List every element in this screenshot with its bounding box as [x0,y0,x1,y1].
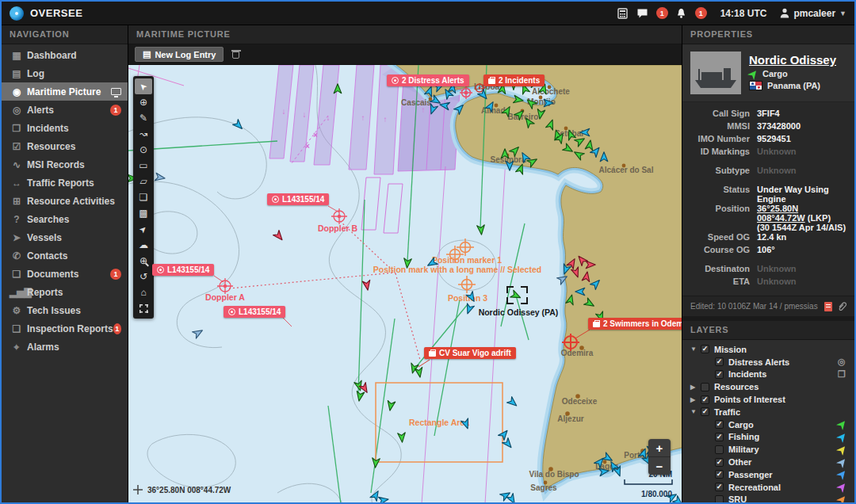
paperclip-icon[interactable] [837,301,846,311]
nav-item-resource-activities[interactable]: ⊞ Resource Activities [2,192,128,210]
layer-checkbox[interactable] [715,433,724,441]
notifications-bell-icon[interactable] [675,7,688,20]
layer-checkbox[interactable] [715,470,724,479]
brand-title: OVERSEE [30,7,82,19]
map-tool-erase[interactable]: ▩ [135,205,152,221]
layer-checkbox[interactable] [715,445,724,454]
nav-item-msi-records[interactable]: ∿ MSI Records [2,155,128,174]
swimmers-incident-pill[interactable]: 2 Swimmers in Odemira [588,318,682,330]
navigation-sidebar: NAVIGATION ▦ Dashboard ▤ Log [2,25,128,502]
nav-item-dashboard[interactable]: ▦ Dashboard [2,46,128,64]
layer-checkbox[interactable] [701,345,709,353]
nav-badge: 1 [113,323,121,334]
svg-text:Odemira: Odemira [561,349,594,357]
nav-item-contacts[interactable]: ✆ Contacts [2,246,128,265]
map-tool-home[interactable]: ⌂ [135,284,152,300]
layer-row-other: Other [682,456,854,468]
nav-item-alarms[interactable]: ⌖ Alarms [2,338,128,356]
nav-item-inspection-reports[interactable]: ❑ Inspection Reports 1 [2,319,128,338]
layer-checkbox[interactable] [701,395,709,404]
layer-checkbox[interactable] [701,383,709,391]
map-canvas[interactable]: ↓↓↓ ↑↑↑↑ ×× [128,65,682,502]
chevron-down-icon: ▼ [839,10,846,17]
log-ref-pill-3[interactable]: L143155/14 [224,306,285,318]
distress-alerts-pill[interactable]: 2 Distress Alerts [387,74,469,86]
nav-item-icon: ↔ [10,178,24,189]
nav-item-icon: ⌖ [10,342,24,353]
panama-flag-icon [749,81,762,90]
property-row: Status Under Way Using Engine [686,185,846,204]
layer-checkbox[interactable] [715,458,724,467]
map-action-bar: ▤ New Log Entry [128,44,682,65]
map-tool-point[interactable]: ⊙ [135,142,152,158]
layer-checkbox[interactable] [715,370,724,379]
svg-text:Alcácer do Sal: Alcácer do Sal [599,166,654,174]
cv-adrift-incident-pill[interactable]: CV Suar Vigo adrift [424,347,516,359]
map-tool-zoom-area[interactable]: ⊕ [135,253,152,269]
property-row [686,159,846,166]
nav-item-icon: ▦ [10,50,24,61]
map-tool-history[interactable]: ↺ [135,269,152,284]
map-tool-measure[interactable]: ✎ [135,110,152,126]
nav-item-maritime-picture[interactable]: ◉ Maritime Picture [2,82,128,101]
zoom-in-button[interactable]: + [648,439,671,456]
nav-item-incidents[interactable]: ❒ Incidents [2,119,128,137]
messages-icon[interactable] [636,7,649,20]
map-tool-distress-position[interactable]: ⊕ [135,94,152,110]
nav-item-icon: ▤ [10,68,24,79]
incidents-pill[interactable]: 2 Incidents [483,74,545,86]
vessel-name-link[interactable]: Nordic Odissey [749,53,836,67]
zoom-out-button[interactable]: − [648,457,671,475]
layer-row-mission: ▼ Mission [682,343,854,356]
layer-checkbox[interactable] [715,420,724,429]
nautical-chart: ↓↓↓ ↑↑↑↑ ×× [128,65,682,502]
nav-item-tech-issues[interactable]: ⚙ Tech Issues [2,301,128,319]
layer-checkbox[interactable] [715,357,724,366]
nav-item-icon: ☑ [10,141,24,152]
map-tool-select[interactable]: ➤ [135,78,152,94]
calculator-icon[interactable] [617,7,629,20]
new-log-entry-button[interactable]: ▤ New Log Entry [135,47,224,62]
nav-item-alerts[interactable]: ◎ Alerts 1 [2,101,128,119]
expander-icon[interactable]: ▼ [690,346,701,353]
nav-item-traffic-reports[interactable]: ↔ Traffic Reports [2,174,128,192]
delete-button[interactable] [231,49,241,59]
map-tool-polygon[interactable]: ▱ [135,174,152,189]
document-icon[interactable] [824,302,832,311]
cursor-position-readout: 36°25.80N 008°44.72W [147,486,231,494]
nav-item-searches[interactable]: ? Searches [2,210,128,228]
expander-icon[interactable]: ▶ [690,384,701,391]
property-row: IMO Number 9529451 [686,134,846,147]
nav-item-documents[interactable]: ❏ Documents 1 [2,265,128,283]
svg-text:Barreiro: Barreiro [508,113,539,121]
map-tool-rectangle[interactable]: ▭ [135,158,152,174]
nav-item-reports[interactable]: ▂▅▇ Reports [2,283,128,301]
map-tool-duplicate[interactable]: ❏ [135,189,152,205]
map-tool-expand[interactable] [135,300,152,316]
layer-checkbox[interactable] [715,495,724,502]
distress-icon [392,77,399,84]
expander-icon[interactable]: ▼ [690,408,701,415]
layers-header: LAYERS [682,321,854,340]
nav-item-resources[interactable]: ☑ Resources [2,137,128,155]
messages-badge[interactable]: 1 [656,7,668,19]
expander-icon[interactable]: ▶ [690,396,701,403]
svg-text:↓: ↓ [303,110,307,119]
nav-item-vessels[interactable]: ➤ Vessels [2,228,128,246]
nav-badge: 1 [110,269,121,280]
property-row: ETA Unknown [686,277,846,289]
map-tool-cloud[interactable]: ☁ [135,237,152,253]
notifications-badge[interactable]: 1 [695,7,707,19]
cargo-arrow-icon [747,67,759,79]
position-marker-long-label: Position mark with a long name // Select… [373,265,541,274]
nav-item-log[interactable]: ▤ Log [2,64,128,82]
layer-checkbox[interactable] [715,483,724,491]
user-menu[interactable]: pmcaleer ▼ [780,8,846,19]
layer-type-icon [836,444,848,456]
map-tool-bearing[interactable]: ↝ [135,126,152,142]
map-tool-vessel[interactable]: ➤ [135,221,152,237]
log-ref-pill-1[interactable]: L143155/14 [267,193,329,205]
log-ref-pill-2[interactable]: L143155/14 [152,264,214,276]
layer-checkbox[interactable] [701,407,709,416]
doppler-b-label: Doppler B [318,223,358,233]
